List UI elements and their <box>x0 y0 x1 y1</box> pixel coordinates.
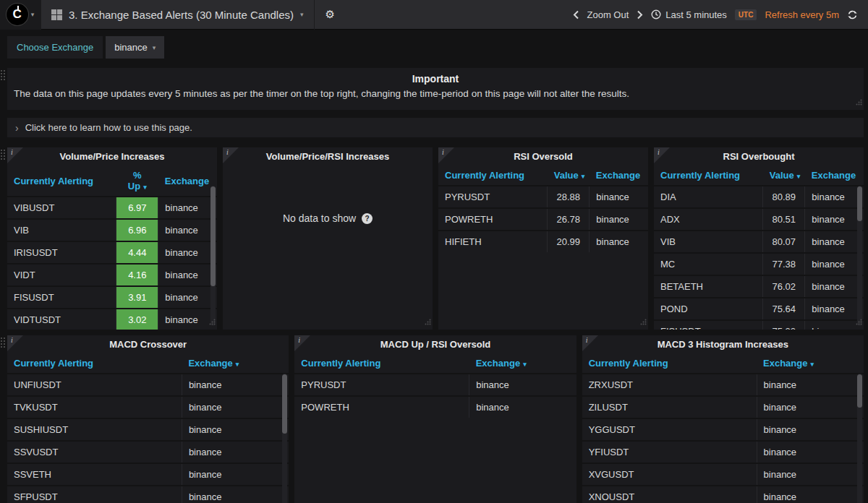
symbol-cell: VIBUSDT <box>7 197 116 219</box>
panel-resize-handle[interactable] <box>856 95 862 108</box>
settings-gear-icon[interactable]: ⚙ <box>315 8 346 21</box>
table-row: VIB80.07binance <box>654 231 864 253</box>
panel-title[interactable]: Volume/Price/RSI Increases <box>223 147 433 166</box>
info-corner-icon[interactable]: i <box>7 147 23 163</box>
timezone-badge[interactable]: UTC <box>735 9 757 20</box>
no-data-message: No data to show ? <box>223 212 433 224</box>
panel-title[interactable]: MACD 3 Histogram Increases <box>582 335 864 354</box>
panel-title[interactable]: RSI Oversold <box>438 147 648 166</box>
symbol-cell: YFIUSDT <box>582 441 757 463</box>
table-row: PYRUSDTbinance <box>294 374 576 396</box>
panel-title[interactable]: MACD Up / RSI Oversold <box>294 335 576 354</box>
symbol-cell: BETAETH <box>654 275 763 298</box>
important-notice-panel: Important The data on this page updates … <box>7 68 864 110</box>
exchange-cell: binance <box>805 253 864 275</box>
caret-down-icon: ▾ <box>300 11 304 18</box>
alerts-table: Currently Alerting Exchange▾ UNFIUSDTbin… <box>7 354 289 503</box>
exchange-cell: binance <box>805 208 864 231</box>
panel-title[interactable]: MACD Crossover <box>7 335 289 354</box>
time-range-picker[interactable]: Last 5 minutes <box>651 9 727 20</box>
symbol-cell: SSVUSDT <box>7 441 182 463</box>
row-drag-handle[interactable] <box>1 338 5 348</box>
table-row: XVGUSDTbinance <box>582 463 864 486</box>
table-row: ADX80.51binance <box>654 208 864 231</box>
zoom-out-button[interactable]: Zoom Out <box>587 9 629 20</box>
symbol-cell: XNOUSDT <box>582 486 757 503</box>
refresh-interval-label[interactable]: Refresh every 5m <box>765 9 839 20</box>
exchange-cell: binance <box>158 309 217 330</box>
value-cell: 3.02 <box>116 309 158 330</box>
panel-rsi-oversold: i RSI Oversold Currently Alerting Value▾… <box>438 147 648 330</box>
symbol-cell: UNFIUSDT <box>7 374 182 396</box>
dashboard-title-menu[interactable]: 3. Exchange Based Alerts (30 Minute Cand… <box>41 0 315 30</box>
info-corner-icon[interactable]: i <box>654 147 670 163</box>
exchange-cell: binance <box>158 197 217 219</box>
table-row: YFIUSDTbinance <box>582 441 864 463</box>
value-cell: 4.44 <box>116 241 158 264</box>
scrollbar-thumb[interactable] <box>282 374 287 434</box>
symbol-cell: ADX <box>654 208 763 231</box>
help-circle-icon[interactable]: ? <box>362 213 373 224</box>
sort-caret-down-icon: ▾ <box>236 361 239 368</box>
info-corner-icon[interactable]: i <box>582 335 598 351</box>
time-shift-forward-button[interactable] <box>637 10 643 20</box>
column-header-value[interactable]: Value▾ <box>548 166 590 186</box>
exchange-cell: binance <box>590 208 648 231</box>
table-row: POWRETHbinance <box>294 396 576 418</box>
info-corner-icon[interactable]: i <box>438 147 454 163</box>
column-header-exchange[interactable]: Exchange <box>590 166 648 186</box>
value-cell: 4.16 <box>116 264 158 286</box>
value-cell: 76.02 <box>763 275 805 298</box>
column-header-currently-alerting[interactable]: Currently Alerting <box>582 354 757 374</box>
row-drag-handle[interactable] <box>1 150 5 160</box>
column-header-exchange[interactable]: Exchange▾ <box>469 354 576 374</box>
exchange-cell: binance <box>805 320 864 330</box>
sort-caret-down-icon: ▾ <box>582 173 585 180</box>
panel-resize-handle[interactable] <box>856 315 862 328</box>
table-row: POND75.64binance <box>654 298 864 320</box>
info-corner-icon[interactable]: i <box>7 335 23 351</box>
column-header-currently-alerting[interactable]: Currently Alerting <box>438 166 548 186</box>
value-cell: 26.78 <box>548 208 590 231</box>
scrollbar-thumb[interactable] <box>857 374 862 408</box>
row-drag-handle[interactable] <box>1 70 5 80</box>
info-corner-icon[interactable]: i <box>294 335 310 351</box>
refresh-icon[interactable] <box>847 9 858 20</box>
exchange-cell: binance <box>469 374 576 396</box>
exchange-variable-label[interactable]: Choose Exchange <box>7 36 103 59</box>
panel-resize-handle[interactable] <box>640 315 647 328</box>
column-header-exchange[interactable]: Exchange▾ <box>182 354 289 374</box>
panel-title[interactable]: RSI Overbought <box>654 147 864 166</box>
info-corner-icon[interactable]: i <box>223 147 239 163</box>
exchange-cell: binance <box>182 396 289 418</box>
column-header-value[interactable]: Value▾ <box>763 166 805 186</box>
column-header-exchange[interactable]: Exchange▾ <box>757 354 864 374</box>
panel-title[interactable]: Volume/Price Increases <box>7 147 217 166</box>
column-header-currently-alerting[interactable]: Currently Alerting <box>294 354 469 374</box>
exchange-cell: binance <box>805 231 864 253</box>
scrollbar-thumb[interactable] <box>210 186 216 286</box>
panel-resize-handle[interactable] <box>425 315 431 328</box>
scrollbar-thumb[interactable] <box>857 186 862 221</box>
column-header-currently-alerting[interactable]: Currently Alerting <box>7 166 116 197</box>
app-logo[interactable]: C ▾ <box>0 0 41 30</box>
collapsed-help-row[interactable]: › Click here to learn how to use this pa… <box>7 118 864 137</box>
column-header-exchange[interactable]: Exchange <box>158 166 217 197</box>
column-header-exchange[interactable]: Exchange <box>805 166 864 186</box>
time-shift-back-button[interactable] <box>573 10 579 20</box>
exchange-cell: binance <box>590 231 648 252</box>
caret-down-icon: ▾ <box>31 11 35 18</box>
column-header-pct-up[interactable]: % Up▾ <box>116 166 158 197</box>
column-header-currently-alerting[interactable]: Currently Alerting <box>654 166 763 186</box>
panel-macd-up-rsi-oversold: i MACD Up / RSI Oversold Currently Alert… <box>294 335 576 503</box>
panel-resize-handle[interactable] <box>209 315 216 328</box>
dashboard-body: Important The data on this page updates … <box>0 59 868 503</box>
symbol-cell: POWRETH <box>294 396 469 418</box>
exchange-variable-dropdown[interactable]: binance ▾ <box>106 36 164 59</box>
table-row: TVKUSDTbinance <box>7 396 289 418</box>
symbol-cell: SUSHIUSDT <box>7 418 182 441</box>
caret-down-icon: ▾ <box>153 44 156 51</box>
collapsed-row-label: Click here to learn how to use this page… <box>25 122 192 133</box>
column-header-currently-alerting[interactable]: Currently Alerting <box>7 354 182 374</box>
dashboard-submenu: Choose Exchange binance ▾ <box>0 30 868 59</box>
